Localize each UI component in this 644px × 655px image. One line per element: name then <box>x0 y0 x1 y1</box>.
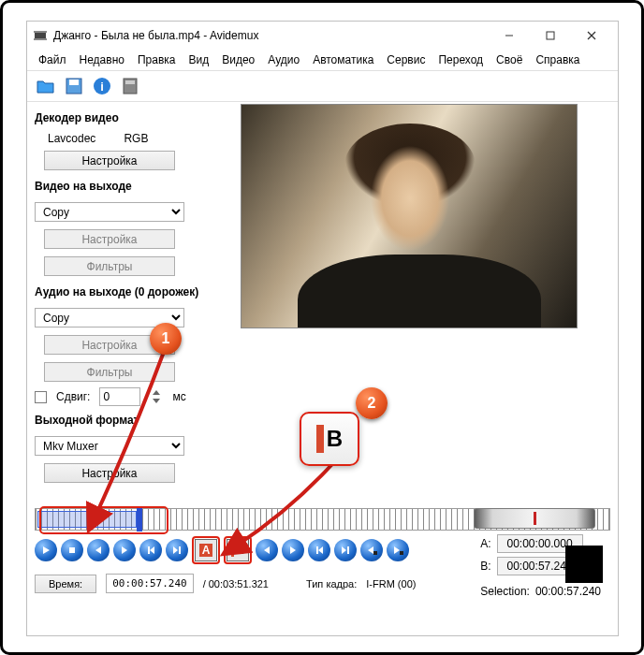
video-out-title: Видео на выходе <box>35 180 220 193</box>
time-button[interactable]: Время: <box>35 575 96 593</box>
toolbar: i <box>27 70 618 102</box>
menu-custom[interactable]: Своё <box>490 51 528 68</box>
window-title: Джанго - Была не была.mp4 - Avidemux <box>53 29 489 42</box>
video-out-select[interactable]: Copy <box>35 202 184 222</box>
current-time-input[interactable]: 00:00:57.240 <box>106 574 193 593</box>
open-icon[interactable] <box>35 75 57 97</box>
annotation-callout-1: 1 <box>150 323 182 355</box>
next-black-button[interactable] <box>387 539 409 561</box>
save-icon[interactable] <box>63 75 85 97</box>
app-icon <box>33 28 48 43</box>
duration-label: / 00:03:51.321 <box>203 578 269 590</box>
svg-rect-14 <box>373 551 377 555</box>
svg-rect-12 <box>125 80 135 84</box>
menu-audio[interactable]: Аудио <box>262 51 305 68</box>
preview-thumb <box>565 546 603 583</box>
decoder-settings-button[interactable]: Настройка <box>44 151 175 170</box>
menu-view[interactable]: Вид <box>183 51 215 68</box>
menu-file[interactable]: Файл <box>33 51 72 68</box>
menu-help[interactable]: Справка <box>530 51 585 68</box>
set-marker-a-button[interactable]: A <box>195 539 217 561</box>
menu-edit[interactable]: Правка <box>132 51 182 68</box>
decoder-title: Декодер видео <box>35 111 220 124</box>
svg-rect-4 <box>547 32 554 39</box>
menu-recent[interactable]: Недавно <box>74 51 130 68</box>
frame-type-value: I-FRM (00) <box>366 578 416 590</box>
svg-text:i: i <box>100 80 104 94</box>
video-out-settings-button: Настройка <box>44 229 175 249</box>
selection-value: 00:00:57.240 <box>535 585 601 598</box>
decoder-format: RGB <box>124 132 148 145</box>
svg-rect-15 <box>400 551 403 555</box>
marker-a-label: A: <box>480 537 490 550</box>
close-button[interactable] <box>571 22 612 49</box>
annotation-magnify-b: B <box>300 412 359 466</box>
svg-rect-2 <box>34 38 47 40</box>
menu-video[interactable]: Видео <box>216 51 260 68</box>
menu-tools[interactable]: Сервис <box>381 51 431 68</box>
prev-black-button[interactable] <box>360 539 383 561</box>
menu-auto[interactable]: Автоматика <box>307 51 379 68</box>
svg-rect-8 <box>69 80 79 85</box>
svg-rect-13 <box>69 547 75 553</box>
calculator-icon[interactable] <box>119 75 141 97</box>
annotation-callout-2: 2 <box>356 387 388 419</box>
scrollwheel[interactable] <box>474 508 595 529</box>
minimize-button[interactable] <box>489 22 530 49</box>
video-preview <box>241 104 578 328</box>
video-out-filters-button: Фильтры <box>44 256 175 276</box>
play-button[interactable] <box>35 539 57 561</box>
annotation-arrow-1 <box>75 346 178 543</box>
shift-checkbox[interactable] <box>35 391 47 403</box>
audio-out-title: Aудио на выходе (0 дорожек) <box>35 285 220 298</box>
svg-rect-1 <box>34 31 47 33</box>
svg-rect-0 <box>35 32 46 39</box>
decoder-codec: Lavcodec <box>48 132 95 145</box>
marker-b-label: B: <box>480 560 490 573</box>
frame-type-label: Тип кадра: <box>306 578 357 590</box>
menubar: Файл Недавно Правка Вид Видео Аудио Авто… <box>27 50 618 70</box>
annotation-arrow-2 <box>220 458 351 561</box>
maximize-button[interactable] <box>530 22 571 49</box>
selection-label: Selection: <box>480 585 530 598</box>
titlebar: Джанго - Была не была.mp4 - Avidemux <box>27 22 618 50</box>
info-icon[interactable]: i <box>91 75 113 97</box>
menu-go[interactable]: Переход <box>432 51 489 68</box>
